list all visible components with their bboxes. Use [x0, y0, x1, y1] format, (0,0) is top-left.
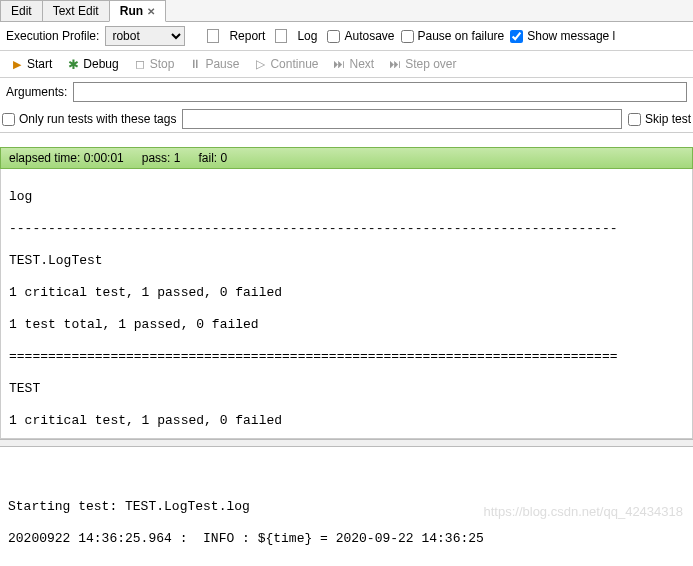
- console-line: 1 critical test, 1 passed, 0 failed: [9, 412, 684, 429]
- tab-bar: Edit Text Edit Run✕: [0, 0, 693, 22]
- close-icon[interactable]: ✕: [147, 6, 155, 17]
- console-output-top: log ------------------------------------…: [0, 169, 693, 439]
- only-tags-checkbox[interactable]: Only run tests with these tags: [2, 112, 176, 126]
- stop-icon: ◻: [133, 57, 147, 71]
- pause-icon: ⏸: [188, 57, 202, 71]
- continue-icon: ▷: [253, 57, 267, 71]
- next-button[interactable]: ⏭Next: [328, 55, 378, 73]
- tags-input[interactable]: [182, 109, 622, 129]
- skip-tests-checkbox[interactable]: Skip test: [628, 112, 691, 126]
- tags-row: Only run tests with these tags Skip test: [0, 106, 693, 133]
- bug-icon: ✱: [66, 57, 80, 71]
- elapsed-time: elapsed time: 0:00:01: [9, 151, 124, 165]
- arguments-input[interactable]: [73, 82, 687, 102]
- step-over-button[interactable]: ⏭Step over: [384, 55, 460, 73]
- profile-toolbar: Execution Profile: robot Report Log Auto…: [0, 22, 693, 51]
- arguments-label: Arguments:: [6, 85, 67, 99]
- pass-count: pass: 1: [142, 151, 181, 165]
- step-over-icon: ⏭: [388, 57, 402, 71]
- console-line: TEST: [9, 380, 684, 397]
- splitter-handle[interactable]: [0, 439, 693, 447]
- fail-count: fail: 0: [198, 151, 227, 165]
- pause-on-failure-checkbox[interactable]: Pause on failure: [401, 29, 505, 43]
- show-message-checkbox[interactable]: Show message l: [510, 29, 615, 43]
- debug-button[interactable]: ✱Debug: [62, 55, 122, 73]
- tab-label: Run: [120, 4, 143, 18]
- play-icon: ▶: [10, 57, 24, 71]
- log-button[interactable]: Log: [293, 27, 321, 45]
- run-toolbar: ▶Start ✱Debug ◻Stop ⏸Pause ▷Continue ⏭Ne…: [0, 51, 693, 78]
- console-line: ----------------------------------------…: [9, 220, 684, 237]
- status-bar: elapsed time: 0:00:01 pass: 1 fail: 0: [0, 147, 693, 169]
- report-button[interactable]: Report: [225, 27, 269, 45]
- console-line: 1 critical test, 1 passed, 0 failed: [9, 284, 684, 301]
- continue-button[interactable]: ▷Continue: [249, 55, 322, 73]
- console-line: ========================================…: [9, 348, 684, 365]
- report-icon: [207, 29, 219, 43]
- stop-button[interactable]: ◻Stop: [129, 55, 179, 73]
- next-icon: ⏭: [332, 57, 346, 71]
- watermark-text: https://blog.csdn.net/qq_42434318: [484, 504, 684, 519]
- autosave-checkbox[interactable]: Autosave: [327, 29, 394, 43]
- profile-select[interactable]: robot: [105, 26, 185, 46]
- tab-label: Edit: [11, 4, 32, 18]
- console-line: 20200922 14:36:25.964 : INFO : ${time} =…: [8, 530, 685, 547]
- arguments-row: Arguments:: [0, 78, 693, 106]
- pause-button[interactable]: ⏸Pause: [184, 55, 243, 73]
- console-line: [8, 466, 685, 483]
- tab-run[interactable]: Run✕: [109, 0, 166, 22]
- start-button[interactable]: ▶Start: [6, 55, 56, 73]
- tab-text-edit[interactable]: Text Edit: [42, 0, 110, 21]
- log-icon: [275, 29, 287, 43]
- tab-label: Text Edit: [53, 4, 99, 18]
- console-line: 1 test total, 1 passed, 0 failed: [9, 316, 684, 333]
- console-output-bottom: Starting test: TEST.LogTest.log 20200922…: [0, 447, 693, 547]
- profile-label: Execution Profile:: [6, 29, 99, 43]
- tab-edit[interactable]: Edit: [0, 0, 43, 21]
- console-line: log: [9, 188, 684, 205]
- console-line: TEST.LogTest: [9, 252, 684, 269]
